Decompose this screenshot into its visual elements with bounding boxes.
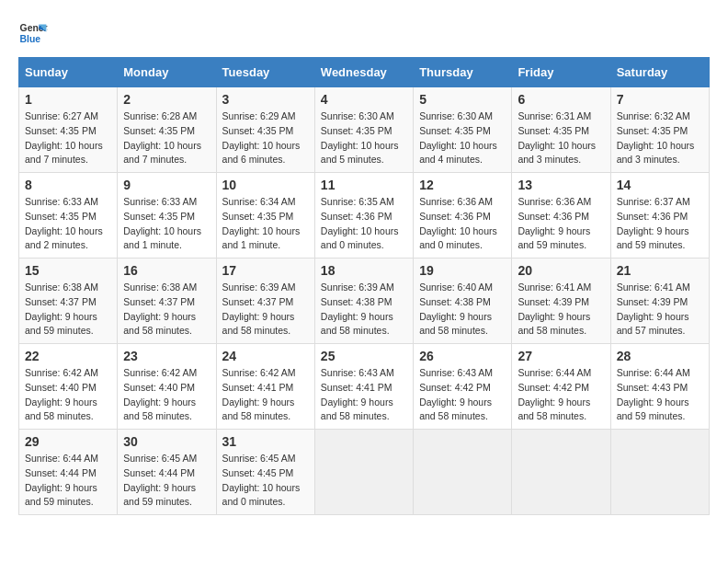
calendar-cell: 25 Sunrise: 6:43 AMSunset: 4:41 PMDaylig… xyxy=(314,344,413,430)
day-info: Sunrise: 6:29 AMSunset: 4:35 PMDaylight:… xyxy=(222,110,301,165)
calendar-cell: 27 Sunrise: 6:44 AMSunset: 4:42 PMDaylig… xyxy=(512,344,610,430)
header-friday: Friday xyxy=(512,58,610,87)
day-info: Sunrise: 6:35 AMSunset: 4:36 PMDaylight:… xyxy=(321,196,399,250)
day-info: Sunrise: 6:38 AMSunset: 4:37 PMDaylight:… xyxy=(123,282,197,336)
day-number: 13 xyxy=(518,178,604,192)
calendar-cell: 29 Sunrise: 6:44 AMSunset: 4:44 PMDaylig… xyxy=(19,430,118,515)
day-info: Sunrise: 6:36 AMSunset: 4:36 PMDaylight:… xyxy=(419,196,497,250)
day-number: 23 xyxy=(123,349,210,363)
day-number: 12 xyxy=(419,178,506,192)
calendar-cell: 21 Sunrise: 6:41 AMSunset: 4:39 PMDaylig… xyxy=(610,259,709,344)
day-number: 1 xyxy=(25,92,111,107)
day-number: 6 xyxy=(518,92,604,107)
calendar-cell xyxy=(414,430,512,515)
day-info: Sunrise: 6:41 AMSunset: 4:39 PMDaylight:… xyxy=(518,282,591,336)
day-info: Sunrise: 6:40 AMSunset: 4:38 PMDaylight:… xyxy=(419,282,493,336)
header-saturday: Saturday xyxy=(610,58,709,87)
header-wednesday: Wednesday xyxy=(314,58,413,87)
header-monday: Monday xyxy=(118,58,216,87)
calendar-cell: 30 Sunrise: 6:45 AMSunset: 4:44 PMDaylig… xyxy=(118,430,216,515)
day-number: 10 xyxy=(222,178,309,192)
day-info: Sunrise: 6:30 AMSunset: 4:35 PMDaylight:… xyxy=(321,110,399,165)
calendar-cell: 10 Sunrise: 6:34 AMSunset: 4:35 PMDaylig… xyxy=(216,173,314,259)
day-info: Sunrise: 6:45 AMSunset: 4:45 PMDaylight:… xyxy=(222,453,301,507)
calendar-cell: 28 Sunrise: 6:44 AMSunset: 4:43 PMDaylig… xyxy=(610,344,709,430)
header-tuesday: Tuesday xyxy=(216,58,314,87)
calendar-cell: 22 Sunrise: 6:42 AMSunset: 4:40 PMDaylig… xyxy=(19,344,118,430)
calendar-cell: 1 Sunrise: 6:27 AMSunset: 4:35 PMDayligh… xyxy=(19,87,118,173)
svg-text:Blue: Blue xyxy=(20,34,41,44)
day-number: 11 xyxy=(321,178,407,192)
calendar-cell xyxy=(610,430,709,515)
day-info: Sunrise: 6:34 AMSunset: 4:35 PMDaylight:… xyxy=(222,196,301,250)
day-number: 16 xyxy=(123,263,210,278)
day-number: 24 xyxy=(222,349,309,363)
calendar-header-row: SundayMondayTuesdayWednesdayThursdayFrid… xyxy=(19,58,710,87)
calendar-cell: 11 Sunrise: 6:35 AMSunset: 4:36 PMDaylig… xyxy=(314,173,413,259)
day-info: Sunrise: 6:42 AMSunset: 4:40 PMDaylight:… xyxy=(123,367,197,421)
day-info: Sunrise: 6:44 AMSunset: 4:44 PMDaylight:… xyxy=(25,453,98,507)
header-sunday: Sunday xyxy=(19,58,118,87)
day-number: 19 xyxy=(419,263,506,278)
day-number: 8 xyxy=(25,178,111,192)
week-row-3: 15 Sunrise: 6:38 AMSunset: 4:37 PMDaylig… xyxy=(19,259,710,344)
calendar-cell: 15 Sunrise: 6:38 AMSunset: 4:37 PMDaylig… xyxy=(19,259,118,344)
day-info: Sunrise: 6:42 AMSunset: 4:40 PMDaylight:… xyxy=(25,367,98,421)
day-info: Sunrise: 6:33 AMSunset: 4:35 PMDaylight:… xyxy=(123,196,201,250)
week-row-4: 22 Sunrise: 6:42 AMSunset: 4:40 PMDaylig… xyxy=(19,344,710,430)
day-number: 21 xyxy=(617,263,703,278)
day-number: 17 xyxy=(222,263,309,278)
day-info: Sunrise: 6:41 AMSunset: 4:39 PMDaylight:… xyxy=(617,282,690,336)
day-info: Sunrise: 6:33 AMSunset: 4:35 PMDaylight:… xyxy=(25,196,103,250)
header-thursday: Thursday xyxy=(414,58,512,87)
day-number: 7 xyxy=(617,92,703,107)
day-info: Sunrise: 6:31 AMSunset: 4:35 PMDaylight:… xyxy=(518,110,596,165)
day-number: 20 xyxy=(518,263,604,278)
day-info: Sunrise: 6:44 AMSunset: 4:43 PMDaylight:… xyxy=(617,367,690,421)
page-header: General Blue xyxy=(18,18,710,48)
day-info: Sunrise: 6:39 AMSunset: 4:37 PMDaylight:… xyxy=(222,282,296,336)
calendar-table: SundayMondayTuesdayWednesdayThursdayFrid… xyxy=(18,57,710,515)
calendar-cell: 20 Sunrise: 6:41 AMSunset: 4:39 PMDaylig… xyxy=(512,259,610,344)
day-info: Sunrise: 6:43 AMSunset: 4:42 PMDaylight:… xyxy=(419,367,493,421)
calendar-cell: 31 Sunrise: 6:45 AMSunset: 4:45 PMDaylig… xyxy=(216,430,314,515)
week-row-2: 8 Sunrise: 6:33 AMSunset: 4:35 PMDayligh… xyxy=(19,173,710,259)
day-number: 9 xyxy=(123,178,210,192)
day-number: 26 xyxy=(419,349,506,363)
day-info: Sunrise: 6:32 AMSunset: 4:35 PMDaylight:… xyxy=(617,110,695,165)
calendar-cell: 7 Sunrise: 6:32 AMSunset: 4:35 PMDayligh… xyxy=(610,87,709,173)
week-row-5: 29 Sunrise: 6:44 AMSunset: 4:44 PMDaylig… xyxy=(19,430,710,515)
calendar-cell: 23 Sunrise: 6:42 AMSunset: 4:40 PMDaylig… xyxy=(118,344,216,430)
calendar-cell: 3 Sunrise: 6:29 AMSunset: 4:35 PMDayligh… xyxy=(216,87,314,173)
day-info: Sunrise: 6:43 AMSunset: 4:41 PMDaylight:… xyxy=(321,367,394,421)
day-info: Sunrise: 6:27 AMSunset: 4:35 PMDaylight:… xyxy=(25,110,103,165)
calendar-cell: 14 Sunrise: 6:37 AMSunset: 4:36 PMDaylig… xyxy=(610,173,709,259)
day-info: Sunrise: 6:45 AMSunset: 4:44 PMDaylight:… xyxy=(123,453,197,507)
day-number: 4 xyxy=(321,92,407,107)
calendar-cell xyxy=(314,430,413,515)
day-info: Sunrise: 6:30 AMSunset: 4:35 PMDaylight:… xyxy=(419,110,497,165)
day-number: 5 xyxy=(419,92,506,107)
calendar-cell: 16 Sunrise: 6:38 AMSunset: 4:37 PMDaylig… xyxy=(118,259,216,344)
day-info: Sunrise: 6:44 AMSunset: 4:42 PMDaylight:… xyxy=(518,367,591,421)
calendar-cell: 13 Sunrise: 6:36 AMSunset: 4:36 PMDaylig… xyxy=(512,173,610,259)
day-info: Sunrise: 6:36 AMSunset: 4:36 PMDaylight:… xyxy=(518,196,591,250)
day-number: 22 xyxy=(25,349,111,363)
day-info: Sunrise: 6:28 AMSunset: 4:35 PMDaylight:… xyxy=(123,110,201,165)
calendar-cell: 2 Sunrise: 6:28 AMSunset: 4:35 PMDayligh… xyxy=(118,87,216,173)
calendar-cell: 4 Sunrise: 6:30 AMSunset: 4:35 PMDayligh… xyxy=(314,87,413,173)
day-number: 3 xyxy=(222,92,309,107)
day-number: 2 xyxy=(123,92,210,107)
logo: General Blue xyxy=(18,18,51,48)
day-info: Sunrise: 6:37 AMSunset: 4:36 PMDaylight:… xyxy=(617,196,690,250)
day-info: Sunrise: 6:39 AMSunset: 4:38 PMDaylight:… xyxy=(321,282,394,336)
day-info: Sunrise: 6:42 AMSunset: 4:41 PMDaylight:… xyxy=(222,367,296,421)
day-info: Sunrise: 6:38 AMSunset: 4:37 PMDaylight:… xyxy=(25,282,98,336)
calendar-cell xyxy=(512,430,610,515)
calendar-cell: 9 Sunrise: 6:33 AMSunset: 4:35 PMDayligh… xyxy=(118,173,216,259)
calendar-cell: 18 Sunrise: 6:39 AMSunset: 4:38 PMDaylig… xyxy=(314,259,413,344)
day-number: 29 xyxy=(25,434,111,449)
calendar-cell: 17 Sunrise: 6:39 AMSunset: 4:37 PMDaylig… xyxy=(216,259,314,344)
calendar-cell: 26 Sunrise: 6:43 AMSunset: 4:42 PMDaylig… xyxy=(414,344,512,430)
day-number: 25 xyxy=(321,349,407,363)
